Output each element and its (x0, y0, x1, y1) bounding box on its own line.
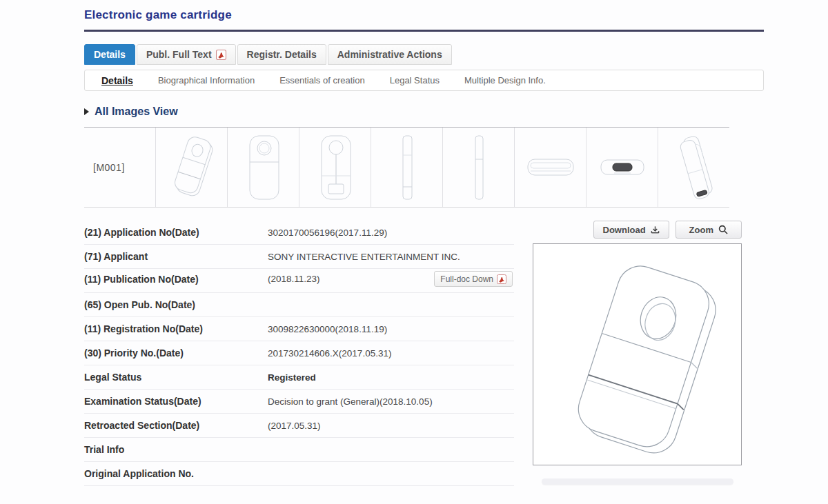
tab-registr-details[interactable]: Registr. Details (237, 44, 326, 65)
thumbnail-perspective-view[interactable] (155, 128, 227, 207)
perspective-view-drawing (165, 132, 219, 203)
bibliographic-table: (21) Application No(Date) 3020170056196(… (84, 221, 514, 486)
subtab-legal-status[interactable]: Legal Status (390, 75, 440, 85)
patent-details-page: Electronic game cartridge Details Publ. … (0, 0, 828, 504)
thumbnail-top-view[interactable] (514, 128, 586, 207)
table-row-examination-status: Examination Status(Date) Decision to gra… (84, 390, 514, 414)
subtab-multiple-design-info[interactable]: Multiple Design Info. (464, 75, 546, 85)
row-label: (30) Priority No.(Date) (84, 347, 268, 359)
pdf-icon (497, 274, 506, 284)
row-label: (65) Open Pub. No(Date) (84, 299, 268, 310)
row-value: Registered (268, 372, 316, 383)
magnifier-icon (718, 225, 728, 234)
thumbnail-right-side-view[interactable] (442, 128, 514, 207)
row-value: (2018.11.23) (268, 274, 320, 284)
thumbnail-back-view[interactable] (299, 128, 371, 207)
bottom-perspective-view-drawing (667, 132, 721, 203)
full-doc-download-button[interactable]: Full-doc Down (434, 271, 513, 287)
table-row-applicant: (71) Applicant SONY INTERACTIVE ENTERTAI… (84, 245, 514, 269)
left-side-view-drawing (380, 132, 434, 203)
row-label: Legal Status (84, 372, 268, 383)
tab-registr-details-label: Registr. Details (247, 45, 317, 64)
table-row-publication-no: (11) Publication No(Date) (2018.11.23) F… (84, 269, 514, 293)
sub-tab-bar: Details Biographical Information Essenti… (84, 70, 764, 91)
bottom-view-drawing (593, 132, 651, 203)
thumbnail-left-side-view[interactable] (371, 128, 442, 207)
download-icon (651, 225, 660, 234)
row-value: (2017.05.31) (268, 421, 321, 431)
triangle-bullet-icon (84, 108, 89, 115)
table-row-legal-status: Legal Status Registered (84, 365, 514, 390)
right-side-view-drawing (452, 132, 506, 203)
row-value: 3020170056196(2017.11.29) (268, 228, 387, 238)
table-row-application-no: (21) Application No(Date) 3020170056196(… (84, 221, 514, 245)
details-and-viewer-row: (21) Application No(Date) 3020170056196(… (84, 221, 764, 486)
thumbnail-bottom-view-connector[interactable] (586, 128, 658, 207)
design-group-label: [M001] (84, 128, 155, 207)
tab-publ-full-text-label: Publ. Full Text (146, 45, 212, 64)
tab-details[interactable]: Details (84, 44, 135, 65)
pdf-icon (216, 50, 226, 60)
zoom-button-label: Zoom (689, 225, 713, 235)
row-label: (11) Registration No(Date) (84, 323, 268, 334)
row-label: (11) Publication No(Date) (84, 274, 268, 285)
all-images-view-label: All Images View (95, 105, 178, 118)
viewer-buttons: Download Zoom (533, 221, 742, 239)
tab-publ-full-text[interactable]: Publ. Full Text (137, 44, 236, 65)
tab-administrative-actions-label: Administrative Actions (337, 45, 442, 64)
table-row-registration-no: (11) Registration No(Date) 3009822630000… (84, 317, 514, 341)
front-view-drawing (237, 132, 290, 203)
thumbnail-front-view[interactable] (227, 128, 299, 207)
all-images-view-heading: All Images View (84, 105, 764, 118)
row-label: (71) Applicant (84, 251, 268, 262)
row-value: Decision to grant (General)(2018.10.05) (268, 396, 433, 407)
subtab-details[interactable]: Details (101, 75, 133, 86)
thumbnail-bottom-perspective-view[interactable] (658, 128, 729, 207)
row-label: Examination Status(Date) (84, 396, 268, 407)
row-value: 201730214606.X(2017.05.31) (268, 348, 391, 359)
thumbnail-strip: [M001] (84, 127, 729, 208)
table-row-trial-info: Trial Info (84, 438, 514, 462)
content-column: Electronic game cartridge Details Publ. … (84, 8, 764, 486)
subtab-biographical-information[interactable]: Biographical Information (158, 75, 255, 85)
subtab-essentials-of-creation[interactable]: Essentials of creation (279, 75, 365, 85)
row-label: Retroacted Section(Date) (84, 420, 268, 431)
row-label: Original Application No. (84, 468, 268, 479)
row-label: Trial Info (84, 444, 268, 455)
table-row-open-pub-no: (65) Open Pub. No(Date) (84, 293, 514, 317)
row-value: 3009822630000(2018.11.19) (268, 324, 387, 334)
cartridge-perspective-drawing (544, 251, 731, 458)
zoom-button[interactable]: Zoom (676, 221, 742, 239)
tab-details-label: Details (94, 45, 126, 64)
tab-administrative-actions[interactable]: Administrative Actions (328, 44, 452, 65)
table-row-retroacted-section: Retroacted Section(Date) (2017.05.31) (84, 414, 514, 438)
table-row-priority-no: (30) Priority No.(Date) 201730214606.X(2… (84, 341, 514, 365)
download-button-label: Download (603, 225, 646, 235)
full-doc-download-label: Full-doc Down (440, 274, 493, 284)
download-button[interactable]: Download (593, 221, 669, 239)
collapsed-panel-bar[interactable] (542, 478, 733, 485)
row-value: SONY INTERACTIVE ENTERTAINMENT INC. (268, 252, 460, 262)
page-title: Electronic game cartridge (84, 8, 764, 32)
main-tab-bar: Details Publ. Full Text Registr. Details… (84, 44, 764, 65)
row-label: (21) Application No(Date) (84, 227, 268, 238)
table-row-original-application-no: Original Application No. (84, 462, 514, 486)
top-view-drawing (522, 132, 580, 203)
image-viewer-panel: Download Zoom (533, 221, 742, 485)
back-view-drawing (308, 132, 362, 203)
main-design-image[interactable] (533, 243, 742, 465)
